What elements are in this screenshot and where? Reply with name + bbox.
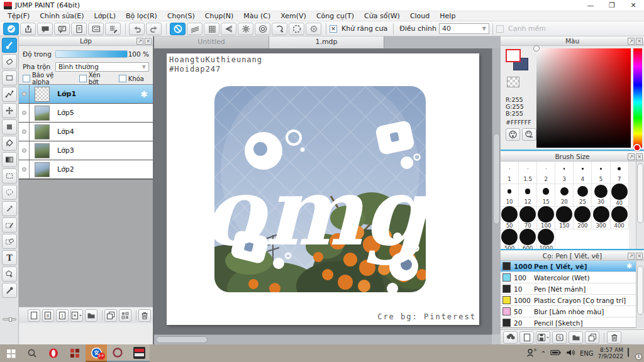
menu-item[interactable]: Cloud bbox=[405, 12, 435, 20]
layer-row[interactable]: Lớp5 bbox=[19, 104, 153, 123]
brush-size-cell[interactable]: 4 bbox=[574, 162, 592, 184]
merge-layer-icon[interactable] bbox=[119, 309, 131, 322]
menu-item[interactable]: Tệp(F) bbox=[3, 12, 35, 20]
speaker-icon[interactable] bbox=[565, 348, 575, 359]
menu-item[interactable]: Xem(V) bbox=[275, 12, 311, 20]
brush-size-cell[interactable]: 20 bbox=[555, 184, 574, 207]
comment-icon[interactable] bbox=[54, 23, 70, 35]
marquee-select-tool[interactable] bbox=[2, 168, 17, 184]
undo-icon[interactable] bbox=[129, 23, 145, 35]
menu-item[interactable]: Help bbox=[435, 12, 460, 20]
new-layer-icon[interactable] bbox=[28, 309, 40, 322]
layer-row[interactable]: Lớp4 bbox=[19, 123, 153, 141]
snap-curve-icon[interactable] bbox=[272, 23, 287, 35]
tool-size-slider[interactable] bbox=[3, 318, 16, 321]
layer-visibility-toggle[interactable] bbox=[19, 85, 30, 103]
menu-item[interactable]: Cửa sổ(W) bbox=[359, 12, 405, 20]
brush-size-cell[interactable]: 1 bbox=[501, 162, 519, 184]
brush-size-cell[interactable]: 200 bbox=[574, 207, 592, 229]
material-grid-icon[interactable] bbox=[105, 23, 121, 35]
menu-item[interactable]: Màu (C) bbox=[238, 12, 275, 20]
menu-item[interactable]: Chụp(N) bbox=[200, 12, 238, 20]
sv-marker[interactable] bbox=[533, 45, 540, 52]
close-panel-icon[interactable]: × bbox=[636, 253, 643, 260]
brush-row[interactable]: 1000 Plastic Crayon [Cọ trang trí] bbox=[501, 295, 636, 306]
palette-edit-icon[interactable] bbox=[522, 128, 536, 141]
document-tab[interactable]: 1.mdp bbox=[269, 36, 384, 48]
filled-rect-tool[interactable] bbox=[2, 119, 17, 134]
brush-size-scroll-thumb[interactable] bbox=[637, 163, 643, 223]
taskbar-officegrid-icon[interactable] bbox=[64, 344, 86, 362]
foreground-color-swatch[interactable] bbox=[506, 49, 521, 62]
palette-icon[interactable] bbox=[506, 128, 520, 141]
layer-visibility-toggle[interactable] bbox=[19, 141, 30, 160]
brush-size-cell[interactable]: 100 bbox=[537, 207, 555, 229]
restore-button[interactable]: ❐ bbox=[601, 0, 623, 11]
new-8bit-layer-icon[interactable]: 8 bbox=[42, 309, 55, 322]
brush-size-cell[interactable]: 1000 bbox=[537, 229, 555, 250]
people-icon[interactable]: R bbox=[526, 348, 536, 359]
lasso-select-tool[interactable] bbox=[2, 185, 17, 200]
brush-size-cell[interactable]: 600 bbox=[519, 229, 537, 250]
canvas-vertical-scrollbar[interactable] bbox=[492, 48, 501, 334]
menu-item[interactable]: Công cụ(T) bbox=[311, 12, 359, 20]
layer-row[interactable]: Lớp3 bbox=[19, 141, 153, 160]
layer-row[interactable]: Lớp2 bbox=[19, 160, 153, 179]
layer-row[interactable]: Lớp1 ✱ bbox=[19, 85, 153, 104]
brush-size-cell[interactable]: 40 bbox=[611, 184, 629, 207]
select-pen-tool[interactable] bbox=[2, 217, 17, 233]
minimize-button[interactable]: — bbox=[580, 0, 601, 11]
antialias-checkbox[interactable]: ✕ bbox=[330, 25, 337, 33]
palette-list-icon[interactable] bbox=[88, 23, 104, 35]
layer-folder-icon[interactable] bbox=[85, 309, 97, 322]
brush-row[interactable]: 20 Pencil [Sketch] bbox=[501, 317, 636, 328]
search-icon[interactable] bbox=[21, 344, 43, 362]
layer-option-checkbox[interactable] bbox=[23, 75, 30, 82]
battery-icon[interactable] bbox=[550, 349, 561, 358]
language-indicator[interactable]: ENG bbox=[580, 350, 594, 357]
snap-radial-icon[interactable] bbox=[238, 23, 253, 35]
layer-visibility-toggle[interactable] bbox=[19, 160, 30, 178]
cloud-brush-icon[interactable] bbox=[503, 331, 518, 344]
brush-size-cell[interactable]: 30 bbox=[592, 184, 610, 207]
start-button[interactable] bbox=[0, 344, 21, 362]
taskbar-active-app-icon[interactable]: 5+ bbox=[86, 344, 107, 362]
layer-option-checkbox[interactable] bbox=[119, 75, 126, 82]
document-tab[interactable]: Untitled bbox=[154, 36, 269, 48]
gradient-tool[interactable] bbox=[2, 152, 17, 167]
delete-layer-icon[interactable] bbox=[138, 309, 151, 322]
menu-item[interactable]: Chỉnh sửa(E) bbox=[35, 12, 89, 20]
eyedropper-tool[interactable] bbox=[2, 283, 17, 298]
brush-row[interactable]: 50 Blur [Làm nhòe màu] bbox=[501, 306, 636, 317]
clock[interactable]: 8:57 AM7/9/2022 bbox=[598, 347, 623, 359]
taskbar-jumppaint-icon[interactable] bbox=[128, 344, 150, 362]
brush-size-cell[interactable]: 50 bbox=[501, 207, 519, 229]
popout-panel-icon[interactable]: ↗ bbox=[628, 253, 635, 260]
brush-size-cell[interactable]: 2 bbox=[537, 162, 555, 184]
tray-expand-icon[interactable]: ⌃ bbox=[541, 350, 546, 357]
brush-size-scrollbar[interactable] bbox=[636, 162, 644, 250]
saturation-value-picker[interactable] bbox=[536, 48, 631, 148]
snap-circle-icon[interactable] bbox=[255, 23, 270, 35]
brush-size-cell[interactable]: 300 bbox=[592, 207, 610, 229]
upload-icon[interactable] bbox=[20, 23, 36, 35]
brush-list-scroll-thumb[interactable] bbox=[637, 266, 643, 315]
layer-settings-gear-icon[interactable]: ✱ bbox=[140, 89, 148, 99]
canvas-horizontal-scrollbar[interactable] bbox=[154, 334, 492, 344]
brush-size-cell[interactable]: 7 bbox=[611, 162, 629, 184]
brush-list-scrollbar[interactable] bbox=[636, 261, 644, 328]
rect-shape-tool[interactable] bbox=[2, 70, 17, 85]
shape-operate-tool[interactable] bbox=[2, 266, 17, 282]
brush-size-cell[interactable]: 5 bbox=[592, 162, 610, 184]
redo-icon[interactable] bbox=[146, 23, 162, 35]
horizontal-scroll-thumb[interactable] bbox=[156, 336, 208, 343]
snap-parallel-icon[interactable] bbox=[187, 23, 203, 35]
hue-marker[interactable] bbox=[633, 144, 641, 151]
brush-tool[interactable] bbox=[2, 38, 17, 53]
brush-row[interactable]: 10 Pen [Nét mảnh] bbox=[501, 283, 636, 295]
delete-brush-icon[interactable] bbox=[607, 331, 621, 344]
brush-size-cell[interactable]: 70 bbox=[519, 207, 537, 229]
popout-panel-icon[interactable]: ↗ bbox=[628, 38, 635, 45]
close-panel-icon[interactable]: × bbox=[636, 38, 643, 45]
polyline-tool[interactable] bbox=[2, 87, 17, 102]
